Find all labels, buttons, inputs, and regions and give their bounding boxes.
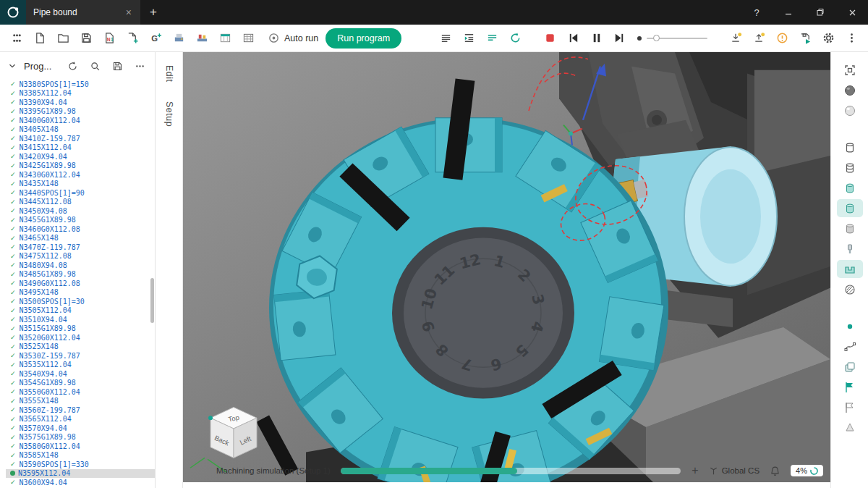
settings-button[interactable] [817,28,839,49]
tool-visibility-button[interactable] [837,240,863,258]
tab-edit[interactable]: Edit [164,65,174,83]
program-line[interactable]: ✓N3575G1X89.98 [6,433,155,442]
tool-table-button[interactable] [214,28,236,49]
program-line[interactable]: ✓N3525X148 [6,342,155,352]
ghost-visibility-button[interactable] [837,418,863,437]
viewport[interactable]: 121234567891011 [183,52,830,482]
target-part-visibility-button[interactable] [837,219,863,237]
search-program-button[interactable] [87,58,103,74]
program-line[interactable]: ✓N3400G0X112.04 [6,116,155,125]
load-indicator[interactable]: 4% [791,465,823,476]
check-out-button[interactable] [748,28,770,49]
program-line[interactable]: ✓N3535X112.04 [6,361,155,370]
more-options-button[interactable] [841,28,862,49]
program-line[interactable]: ✓N3550G0X112.04 [6,387,155,397]
document-tab[interactable]: Pipe bound × [26,0,140,25]
playback-speed-slider[interactable] [637,36,707,41]
program-line[interactable]: ✓N3555X148 [6,397,155,406]
add-program-button[interactable] [122,28,143,49]
program-line[interactable]: ✓N3580G0X112.04 [6,442,155,451]
help-button[interactable]: ? [741,0,773,25]
program-line[interactable]: ✓N3490G0X112.08 [6,279,155,288]
program-line[interactable]: ✓N3480X94.08 [6,261,155,270]
step-into-button[interactable] [458,28,480,49]
material-section-button[interactable] [837,280,863,298]
program-line[interactable]: ✓N3415X112.04 [6,143,155,153]
program-line[interactable]: ✓N3585X148 [6,451,155,460]
points-visibility-button[interactable] [837,317,863,335]
nc-program-button[interactable]: N1 [98,28,120,49]
surfaces-visibility-button[interactable] [837,358,863,376]
align-list-button[interactable] [435,28,456,49]
program-line[interactable]: ✓N3435X148 [6,180,155,189]
program-line[interactable]: ✓N3485G1X89.98 [6,270,155,279]
program-line[interactable]: ✓N3420X94.04 [6,152,155,161]
program-line[interactable]: ✓N3410Z-159.787 [6,134,155,143]
tab-setup[interactable]: Setup [164,101,174,127]
program-line[interactable]: ✓N3460G0X112.08 [6,224,155,234]
speed-slider-thumb[interactable] [653,35,660,41]
gcode-button[interactable]: G [145,28,166,49]
shaded-view-icon-button[interactable] [837,81,863,99]
program-line[interactable]: ✓N3500SPOS[1]=30 [6,297,155,306]
chevron-down-icon[interactable] [7,61,17,71]
skip-start-button[interactable] [562,28,584,49]
program-line[interactable]: ✓N3440SPOS[1]=90 [6,188,155,198]
new-document-button[interactable] [29,28,51,49]
program-line[interactable]: ✓N3395G1X89.98 [6,107,155,117]
open-project-button[interactable] [52,28,74,49]
program-line[interactable]: ✓N3545G1X89.98 [6,379,155,388]
program-line[interactable]: ✓N3495X148 [6,288,155,298]
program-line[interactable]: ✓N3530Z-159.787 [6,351,155,361]
holder-visibility-button[interactable] [837,260,863,278]
program-text-button[interactable] [481,28,503,49]
program-line[interactable]: ✓N3510X94.04 [6,315,155,324]
machining-3d-scene[interactable]: 121234567891011 [183,52,830,482]
program-line[interactable]: N3595X112.04 [6,469,155,479]
program-line[interactable]: ✓N3475X112.08 [6,252,155,261]
program-line[interactable]: ✓N3470Z-119.787 [6,243,155,252]
program-line[interactable]: ✓N3445X112.08 [6,198,155,207]
program-line[interactable]: ✓N3405X148 [6,125,155,135]
program-panel-more-button[interactable] [132,58,148,74]
program-line[interactable]: ✓N3380SPOS[1]=150 [6,80,155,89]
scrollbar-thumb[interactable] [150,278,154,323]
refresh-program-button[interactable] [64,58,80,74]
program-line[interactable]: ✓N3425G1X89.98 [6,161,155,171]
apps-grid-button[interactable] [6,28,27,49]
program-line[interactable]: ✓N3600X94.04 [6,478,155,487]
postprocessor-button[interactable] [168,28,190,49]
machine-button[interactable] [191,28,213,49]
smooth-shade-view-icon-button[interactable] [837,101,863,119]
notifications-button[interactable] [770,466,780,476]
speed-slider-track[interactable] [647,38,707,39]
program-line[interactable]: ✓N3560Z-199.787 [6,405,155,415]
maximize-button[interactable] [804,0,836,25]
fixture-visibility-button[interactable] [837,159,863,177]
save-program-button[interactable] [109,58,125,74]
program-line[interactable]: ✓N3505X112.04 [6,306,155,316]
toolpath-visibility-button[interactable] [837,378,863,396]
program-line[interactable]: ✓N3430G0X112.04 [6,170,155,180]
save-project-button[interactable] [75,28,97,49]
program-line[interactable]: ✓N3385X112.04 [6,89,155,98]
simulation-settings-button[interactable] [504,28,526,49]
tab-close-button[interactable]: × [124,7,133,17]
minimize-button[interactable] [773,0,804,25]
program-line[interactable]: ✓N3540X94.04 [6,369,155,379]
close-button[interactable] [836,0,868,25]
program-line[interactable]: ✓N3465X148 [6,234,155,243]
run-program-button[interactable]: Run program [326,28,401,49]
new-tab-button[interactable]: + [140,0,166,25]
skip-end-button[interactable] [608,28,630,49]
zoom-in-button[interactable]: + [692,465,698,476]
pause-button[interactable] [585,28,607,49]
global-cs-selector[interactable]: Global CS [709,466,760,476]
check-in-button[interactable] [725,28,746,49]
stock-visibility-button[interactable] [837,138,863,156]
program-line[interactable]: ✓N3520G0X112.04 [6,333,155,342]
program-line[interactable]: ✓N3515G1X89.98 [6,324,155,334]
warnings-button[interactable] [771,28,793,49]
origins-visibility-button[interactable] [837,398,863,416]
program-line[interactable]: ✓N3570X94.04 [6,424,155,433]
